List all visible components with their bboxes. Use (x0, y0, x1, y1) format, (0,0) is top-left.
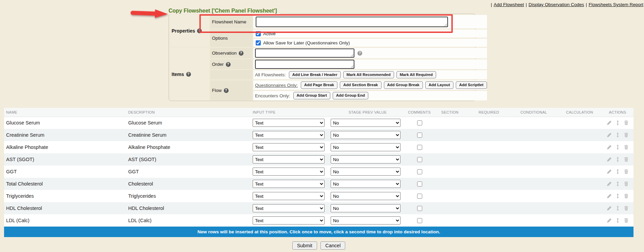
input-type-select[interactable]: Text (253, 155, 325, 163)
input-type-select[interactable]: Text (253, 204, 325, 212)
comments-checkbox[interactable] (417, 120, 422, 125)
comments-checkbox[interactable] (417, 194, 422, 199)
move-row-icon[interactable] (615, 169, 620, 174)
comments-checkbox[interactable] (417, 181, 422, 187)
stage-prev-value-select[interactable]: No (331, 119, 401, 127)
move-row-icon[interactable] (615, 218, 620, 223)
help-icon[interactable]: ? (357, 51, 362, 56)
cancel-button[interactable]: Cancel (320, 241, 345, 250)
form-action-button[interactable]: Add Page Break (301, 81, 337, 89)
move-row-icon[interactable] (615, 132, 620, 138)
comments-checkbox[interactable] (417, 145, 422, 150)
calculation-cell (558, 117, 602, 129)
delete-trash-icon[interactable] (624, 120, 629, 125)
input-type-select[interactable]: Text (253, 143, 325, 151)
section-cell (432, 141, 468, 153)
help-icon[interactable]: ? (186, 72, 191, 77)
input-type-cell: Text (251, 202, 329, 214)
nav-link[interactable]: Flowsheets System Report (589, 2, 643, 7)
active-option[interactable]: Active (255, 31, 276, 36)
actions-cell (602, 117, 633, 129)
col-header-required: REQUIRED (468, 108, 510, 117)
form-action-button[interactable]: Add Group End (333, 92, 368, 99)
stage-prev-value-select[interactable]: No (331, 192, 401, 200)
submit-button[interactable]: Submit (292, 241, 317, 250)
form-action-button[interactable]: Add Layout (425, 81, 453, 89)
comments-checkbox[interactable] (417, 157, 422, 162)
item-name-cell: Glucose Serum (4, 117, 126, 129)
help-icon[interactable]: ? (239, 51, 243, 56)
move-row-icon[interactable] (615, 157, 620, 162)
edit-pencil-icon[interactable] (607, 206, 612, 211)
comments-checkbox[interactable] (417, 169, 422, 174)
form-action-button[interactable]: Mark All Recommended (343, 71, 394, 79)
form-action-button[interactable]: Add Section Break (340, 81, 381, 89)
allow-save-option[interactable]: Allow Save for Later (Questionnaires Onl… (255, 40, 350, 45)
move-row-icon[interactable] (615, 193, 620, 199)
stage-prev-value-select[interactable]: No (331, 131, 401, 139)
move-row-icon[interactable] (615, 120, 620, 125)
stage-prev-value-select[interactable]: No (331, 155, 401, 163)
form-action-button[interactable]: Add Line Break / Header (289, 71, 341, 79)
item-name-cell: Triglycerides (4, 190, 126, 202)
delete-trash-icon[interactable] (624, 193, 629, 199)
properties-group-label: Properties ? (170, 15, 209, 47)
input-type-select[interactable]: Text (253, 192, 325, 200)
edit-pencil-icon[interactable] (607, 193, 612, 199)
nav-link[interactable]: Add Flowsheet (494, 2, 524, 7)
delete-trash-icon[interactable] (624, 132, 629, 138)
item-description-cell: Triglycerides (126, 190, 251, 202)
stage-prev-value-select[interactable]: No (331, 204, 401, 212)
comments-checkbox[interactable] (417, 206, 422, 211)
edit-pencil-icon[interactable] (607, 157, 612, 162)
form-action-button[interactable]: Mark All Required (396, 71, 436, 79)
input-type-select[interactable]: Text (253, 131, 325, 139)
input-type-select[interactable]: Text (253, 180, 325, 188)
move-row-icon[interactable] (615, 144, 620, 150)
required-cell (468, 166, 510, 178)
edit-pencil-icon[interactable] (607, 120, 612, 125)
comments-cell (407, 214, 432, 227)
input-type-select[interactable]: Text (253, 216, 325, 225)
input-type-select[interactable]: Text (253, 168, 325, 176)
comments-checkbox[interactable] (417, 133, 422, 138)
stage-prev-value-select[interactable]: No (331, 216, 401, 225)
help-icon[interactable]: ? (224, 88, 229, 93)
observation-input[interactable] (255, 49, 354, 58)
edit-pencil-icon[interactable] (607, 132, 612, 138)
edit-pencil-icon[interactable] (607, 181, 612, 187)
edit-pencil-icon[interactable] (607, 218, 612, 223)
table-row: Creatinine Serum Creatinine Serum Text N… (4, 129, 633, 141)
order-input[interactable] (255, 60, 354, 69)
nav-link[interactable]: Display Observation Codes (529, 2, 584, 7)
allow-save-checkbox[interactable] (256, 40, 261, 45)
edit-pencil-icon[interactable] (607, 144, 612, 150)
delete-trash-icon[interactable] (624, 169, 629, 174)
stage-prev-value-select[interactable]: No (331, 168, 401, 176)
stage-prev-value-select[interactable]: No (331, 143, 401, 151)
active-checkbox[interactable] (256, 31, 261, 36)
input-type-cell: Text (251, 153, 329, 166)
move-row-icon[interactable] (615, 181, 620, 187)
required-cell (468, 153, 510, 166)
stage-prev-value-select[interactable]: No (331, 180, 401, 188)
item-name-cell: AST (SGOT) (4, 153, 126, 166)
move-row-icon[interactable] (615, 206, 620, 211)
delete-trash-icon[interactable] (624, 157, 629, 162)
help-icon[interactable]: ? (197, 28, 202, 33)
comments-checkbox[interactable] (417, 218, 422, 223)
delete-trash-icon[interactable] (624, 181, 629, 187)
form-action-button[interactable]: Add Scriptlet (456, 81, 487, 89)
delete-trash-icon[interactable] (624, 144, 629, 150)
form-action-button[interactable]: Add Group Break (384, 81, 423, 89)
encounters-only-row: Encounters Only: Add Group StartAdd Grou… (253, 91, 487, 100)
delete-trash-icon[interactable] (624, 218, 629, 223)
help-icon[interactable]: ? (226, 62, 231, 67)
delete-trash-icon[interactable] (624, 206, 629, 211)
edit-pencil-icon[interactable] (607, 169, 612, 174)
form-action-button[interactable]: Add Group Start (293, 92, 330, 99)
items-group-label: Items ? (170, 48, 209, 100)
input-type-select[interactable]: Text (253, 119, 325, 127)
flowsheet-name-input[interactable] (256, 17, 448, 27)
insert-position-bar[interactable]: New rows will be inserted at this positi… (4, 227, 633, 237)
